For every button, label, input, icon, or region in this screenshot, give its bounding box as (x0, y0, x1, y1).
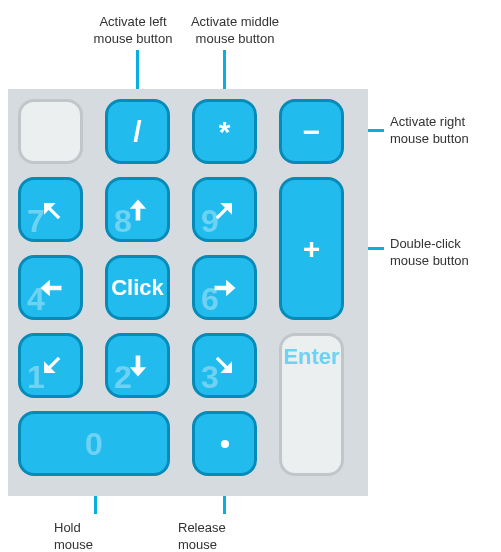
key-enter[interactable]: Enter (279, 333, 344, 476)
key-2[interactable]: 2 (105, 333, 170, 398)
label-activate-left: Activate left mouse button (88, 14, 178, 48)
numeric-keypad: / * − 7 8 9 + 4 Click (8, 89, 368, 496)
label-release: Release mouse button (178, 520, 226, 552)
key-7[interactable]: 7 (18, 177, 83, 242)
arrow-down-icon (124, 352, 152, 380)
key-1[interactable]: 1 (18, 333, 83, 398)
key-9[interactable]: 9 (192, 177, 257, 242)
arrow-up-right-icon (211, 196, 239, 224)
key-3[interactable]: 3 (192, 333, 257, 398)
dot-icon (221, 440, 229, 448)
key-label: 0 (85, 428, 103, 460)
arrow-up-icon (124, 196, 152, 224)
arrow-left-icon (37, 274, 65, 302)
key-plus[interactable]: + (279, 177, 344, 320)
label-double-click: Double-click mouse button (390, 236, 490, 270)
connector (223, 50, 226, 94)
label-activate-right: Activate right mouse button (390, 114, 490, 148)
key-label: Enter (283, 346, 339, 368)
key-slash[interactable]: / (105, 99, 170, 164)
key-minus[interactable]: − (279, 99, 344, 164)
key-5-click[interactable]: Click (105, 255, 170, 320)
key-label: + (303, 234, 321, 264)
key-asterisk[interactable]: * (192, 99, 257, 164)
key-0[interactable]: 0 (18, 411, 170, 476)
key-numlock[interactable] (18, 99, 83, 164)
label-activate-middle: Activate middle mouse button (180, 14, 290, 48)
arrow-down-left-icon (37, 352, 65, 380)
label-hold: Hold mouse button (54, 520, 93, 552)
arrow-right-icon (211, 274, 239, 302)
key-label: * (219, 117, 231, 147)
key-label: / (133, 117, 141, 147)
key-decimal[interactable] (192, 411, 257, 476)
arrow-down-right-icon (211, 352, 239, 380)
key-8[interactable]: 8 (105, 177, 170, 242)
key-label: Click (111, 277, 164, 299)
connector (136, 50, 139, 94)
key-6[interactable]: 6 (192, 255, 257, 320)
arrow-up-left-icon (37, 196, 65, 224)
key-label: − (303, 117, 321, 147)
key-4[interactable]: 4 (18, 255, 83, 320)
